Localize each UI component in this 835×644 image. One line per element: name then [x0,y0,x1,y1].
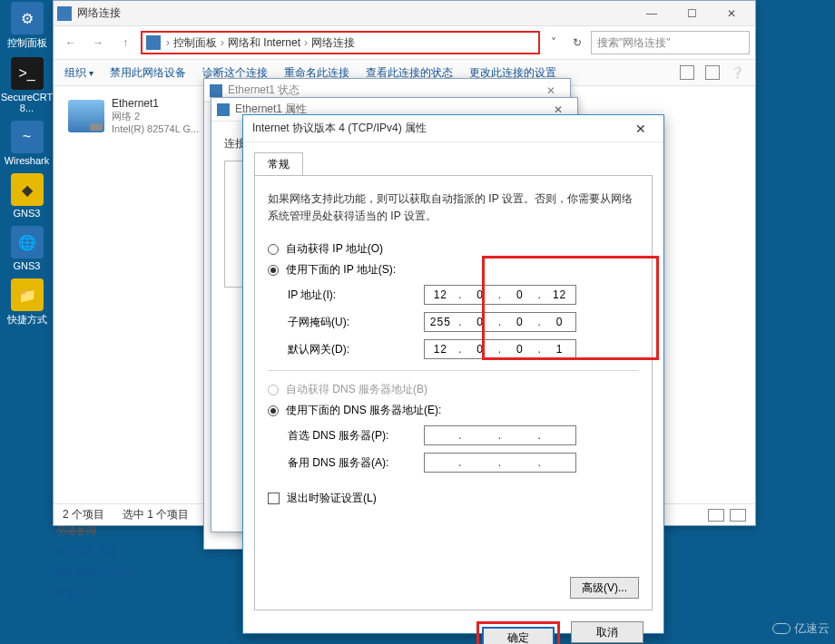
minimize-button[interactable]: — [632,2,672,25]
breadcrumb[interactable]: › 控制面板 › 网络和 Internet › 网络连接 [141,31,540,54]
mask-label: 子网掩码(U): [288,315,424,330]
gateway-label: 默认网关(D): [288,342,424,357]
breadcrumb-item[interactable]: 控制面板 [172,35,219,51]
dns2-label: 备用 DNS 服务器(A): [288,455,424,471]
tab-general[interactable]: 常规 [254,152,303,176]
dialog-title: Internet 协议版本 4 (TCP/IPv4) 属性 [252,121,427,136]
breadcrumb-icon [146,35,161,50]
help-icon[interactable]: ❔ [731,66,744,79]
icons-view-icon[interactable] [730,509,746,522]
see-also-panel: 另请参阅 Internet 选项 Windows 防火墙 家庭组 [56,524,136,600]
radio-use-dns[interactable]: 使用下面的 DNS 服务器地址(E): [268,403,639,418]
radio-icon [268,405,279,416]
nav-forward[interactable]: → [86,31,110,54]
wireshark-icon: ~ [11,121,44,153]
breadcrumb-item[interactable]: 网络连接 [309,35,357,51]
network-icon [57,6,72,21]
window-title: 网络连接 [77,5,632,21]
preview-icon[interactable] [705,65,720,80]
radio-icon [268,244,279,255]
desktop-icon-gns3[interactable]: ◆GNS3 [2,173,52,219]
radio-auto-dns: 自动获得 DNS 服务器地址(B) [268,382,639,397]
adapter-name: Ethernet1 [112,97,199,110]
validate-checkbox[interactable]: 退出时验证设置(L) [268,491,639,506]
cancel-button[interactable]: 取消 [571,621,643,643]
explorer-titlebar[interactable]: 网络连接 — ☐ ✕ [54,1,755,26]
adapter-icon [68,100,104,132]
ipv4-titlebar[interactable]: Internet 协议版本 4 (TCP/IPv4) 属性 ✕ [243,115,663,142]
watermark: 亿速云 [772,620,830,637]
highlight-ok-box: 确定 [476,621,560,644]
link-firewall[interactable]: Windows 防火墙 [56,564,136,580]
control-panel-icon: ⚙ [11,2,44,34]
organize-menu[interactable]: 组织 [64,65,93,81]
desktop-icons: ⚙控制面板 >_SecureCRT 8... ~Wireshark ◆GNS3 … [2,0,52,327]
dns2-input[interactable]: . . . [424,453,576,473]
ipv4-close-button[interactable]: ✕ [627,122,654,136]
radio-auto-ip[interactable]: 自动获得 IP 地址(O) [268,241,639,257]
tab-strip: 常规 [243,142,663,175]
link-homegroup[interactable]: 家庭组 [56,585,136,600]
securecrt-icon: >_ [11,57,44,90]
selected-count: 选中 1 个项目 [123,507,189,522]
dns1-input[interactable]: . . . [424,425,576,445]
folder-icon: 📁 [11,278,44,311]
nav-up[interactable]: ↑ [113,31,137,54]
view-icon[interactable] [680,65,694,80]
nav-bar: ← → ↑ › 控制面板 › 网络和 Internet › 网络连接 ˅ ↻ 搜… [54,26,755,59]
item-count: 2 个项目 [63,507,104,522]
refresh-button[interactable]: ↻ [567,33,587,53]
maximize-button[interactable]: ☐ [672,2,712,25]
ethernet-icon [217,103,230,116]
globe-icon: 🌐 [11,226,44,259]
ethernet-icon [210,84,222,97]
help-text: 如果网络支持此功能，则可以获取自动指派的 IP 设置。否则，你需要从网络系统管理… [268,190,639,225]
adapter-device: Intel(R) 82574L G... [112,123,199,134]
desktop-icon-wireshark[interactable]: ~Wireshark [2,121,52,166]
status-close-button[interactable]: ✕ [537,84,565,97]
radio-icon [268,385,279,395]
radio-icon [268,265,279,276]
dialog-buttons: 确定 取消 [243,621,663,644]
ok-button[interactable]: 确定 [482,627,555,644]
desktop-icon-securecrt[interactable]: >_SecureCRT 8... [2,57,52,113]
nav-back[interactable]: ← [59,31,83,54]
link-internet-options[interactable]: Internet 选项 [56,543,136,559]
tab-body: 如果网络支持此功能，则可以获取自动指派的 IP 设置。否则，你需要从网络系统管理… [254,175,653,610]
history-dropdown[interactable]: ˅ [544,33,564,53]
adapter-network: 网络 2 [112,110,199,123]
search-input[interactable]: 搜索"网络连接" [591,31,750,54]
dns1-label: 首选 DNS 服务器(P): [288,428,424,444]
gns3-icon: ◆ [11,173,44,206]
desktop-icon-control-panel[interactable]: ⚙控制面板 [2,2,52,50]
advanced-button[interactable]: 高级(V)... [570,577,639,599]
desktop-icon-shortcut[interactable]: 📁快捷方式 [2,278,52,327]
checkbox-icon [268,493,280,504]
details-view-icon[interactable] [708,509,724,522]
see-also-header: 另请参阅 [56,524,136,538]
cloud-icon [772,623,791,634]
close-button[interactable]: ✕ [712,2,752,25]
breadcrumb-item[interactable]: 网络和 Internet [226,35,302,51]
ip-label: IP 地址(I): [288,288,424,303]
highlight-ip-box [482,256,659,360]
ipv4-properties-dialog: Internet 协议版本 4 (TCP/IPv4) 属性 ✕ 常规 如果网络支… [242,114,664,634]
desktop-icon-gns3-2[interactable]: 🌐GNS3 [2,226,52,271]
disable-button[interactable]: 禁用此网络设备 [110,65,186,81]
